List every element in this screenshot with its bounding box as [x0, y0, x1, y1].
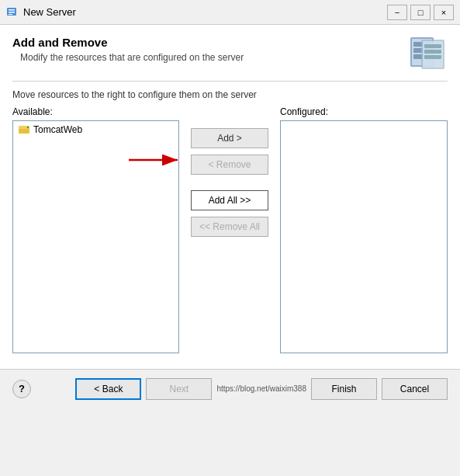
- header-section: Add and Remove Modify the resources that…: [12, 36, 448, 73]
- remove-button[interactable]: < Remove: [191, 155, 268, 175]
- available-wrapper: TomcatWeb: [12, 120, 179, 353]
- main-content: TomcatWeb Add > < Remove Add All >> << R…: [12, 120, 448, 369]
- help-button[interactable]: ?: [12, 380, 31, 398]
- svg-rect-2: [9, 12, 15, 13]
- svg-rect-11: [424, 44, 441, 48]
- app-icon: [6, 6, 19, 19]
- configured-list[interactable]: [280, 120, 448, 353]
- footer: ? < Back Next https://blog.net/waixim388…: [0, 369, 460, 408]
- svg-rect-12: [424, 50, 441, 54]
- cancel-button[interactable]: Cancel: [382, 378, 448, 400]
- close-button[interactable]: ×: [434, 5, 454, 20]
- header-description: Modify the resources that are configured…: [12, 52, 244, 63]
- svg-rect-1: [9, 9, 15, 11]
- available-item-label: TomcatWeb: [33, 124, 82, 135]
- available-list[interactable]: TomcatWeb: [12, 120, 179, 353]
- finish-button[interactable]: Finish: [311, 378, 377, 400]
- title-bar: New Server − □ ×: [0, 0, 460, 25]
- buttons-column: Add > < Remove Add All >> << Remove All: [179, 120, 280, 245]
- svg-rect-13: [424, 55, 441, 59]
- maximize-button[interactable]: □: [410, 5, 431, 20]
- next-button[interactable]: Next: [146, 378, 212, 400]
- web-module-icon: [18, 123, 30, 136]
- header-text: Add and Remove Modify the resources that…: [12, 36, 244, 63]
- svg-point-16: [27, 127, 29, 128]
- svg-rect-3: [9, 14, 12, 15]
- add-all-button[interactable]: Add All >>: [191, 190, 268, 210]
- buttons-spacer: [179, 106, 280, 117]
- url-text: https://blog.net/waixim388: [216, 384, 306, 393]
- page-title: Add and Remove: [12, 36, 244, 49]
- add-button[interactable]: Add >: [191, 128, 268, 148]
- available-label: Available:: [12, 106, 179, 117]
- back-button[interactable]: < Back: [75, 378, 141, 400]
- list-item[interactable]: TomcatWeb: [13, 121, 178, 138]
- configured-label: Configured:: [280, 106, 448, 117]
- server-icon: [407, 36, 448, 73]
- columns-header: Available: Configured:: [12, 106, 448, 117]
- minimize-button[interactable]: −: [387, 5, 407, 20]
- section-divider: [12, 81, 448, 82]
- window-controls: − □ ×: [387, 5, 454, 20]
- remove-all-button[interactable]: << Remove All: [191, 217, 268, 237]
- window-body: Add and Remove Modify the resources that…: [0, 25, 460, 369]
- window-title: New Server: [23, 6, 387, 18]
- instruction-text: Move resources to the right to configure…: [12, 89, 448, 100]
